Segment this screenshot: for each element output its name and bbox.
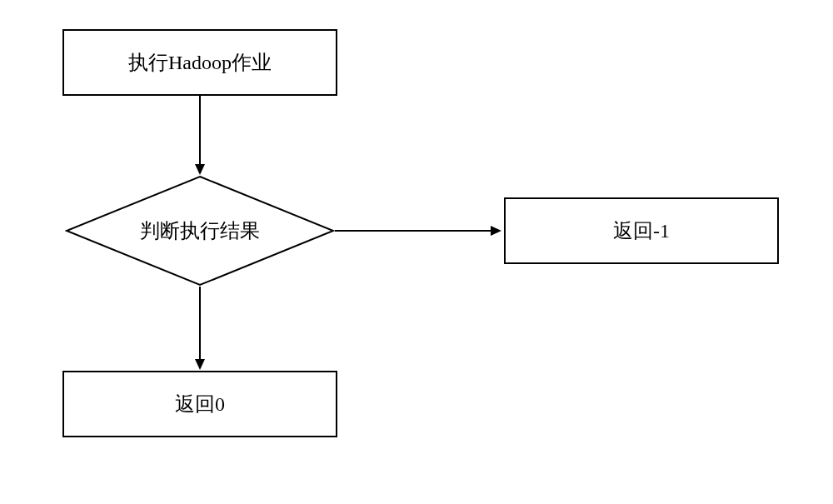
svg-marker-6 xyxy=(195,359,205,370)
flowchart-step-execute-label: 执行Hadoop作业 xyxy=(128,49,272,76)
flowchart-decision: 判断执行结果 xyxy=(65,175,335,287)
arrow-down-1 xyxy=(193,96,210,179)
flowchart-result-down-label: 返回0 xyxy=(175,391,225,417)
flowchart-result-right: 返回-1 xyxy=(504,197,779,264)
flowchart-result-right-label: 返回-1 xyxy=(613,217,670,244)
flowchart-step-execute: 执行Hadoop作业 xyxy=(62,29,337,96)
arrow-down-2 xyxy=(193,287,210,374)
svg-marker-4 xyxy=(491,226,501,236)
svg-marker-1 xyxy=(195,164,205,175)
flowchart-result-down: 返回0 xyxy=(62,371,337,437)
arrow-right xyxy=(335,224,506,241)
flowchart-decision-label: 判断执行结果 xyxy=(140,217,260,244)
